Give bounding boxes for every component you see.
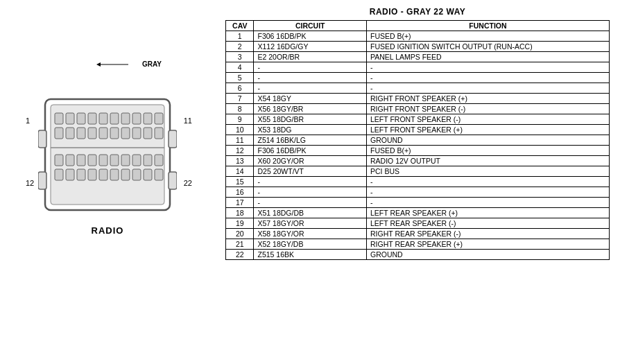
svg-rect-15 — [66, 128, 74, 139]
cell-cav: 17 — [226, 198, 254, 208]
cell-circuit: - — [254, 62, 367, 73]
svg-rect-33 — [155, 155, 163, 166]
cell-circuit: X57 18GY/OR — [254, 218, 367, 229]
cell-cav: 16 — [226, 187, 254, 198]
svg-rect-7 — [88, 113, 96, 124]
cell-cav: 11 — [226, 135, 254, 146]
table-row: 10X53 18DGLEFT FRONT SPEAKER (+) — [226, 125, 610, 135]
svg-rect-17 — [88, 128, 96, 139]
table-row: 19X57 18GY/ORLEFT REAR SPEAKER (-) — [226, 218, 610, 229]
table-row: 13X60 20GY/ORRADIO 12V OUTPUT — [226, 156, 610, 166]
svg-rect-20 — [121, 128, 130, 139]
cell-function: LEFT FRONT SPEAKER (-) — [366, 114, 609, 125]
cell-cav: 15 — [226, 177, 254, 187]
cell-function: LEFT FRONT SPEAKER (+) — [366, 125, 609, 135]
table-row: 3E2 20OR/BRPANEL LAMPS FEED — [226, 52, 610, 62]
table-row: 15-- — [226, 177, 610, 187]
cell-circuit: - — [254, 177, 367, 187]
connector-box: 1 11 12 22 — [38, 82, 177, 222]
cell-circuit: Z514 16BK/LG — [254, 135, 367, 146]
cell-cav: 19 — [226, 218, 254, 229]
svg-marker-1 — [96, 62, 101, 67]
label-11: 11 — [184, 116, 192, 125]
cell-circuit: X56 18GY/BR — [254, 104, 367, 114]
svg-rect-12 — [144, 113, 152, 124]
table-row: 22Z515 16BKGROUND — [226, 250, 610, 260]
table-row: 17-- — [226, 198, 610, 208]
svg-rect-26 — [77, 155, 85, 166]
table-row: 4-- — [226, 62, 610, 73]
cell-function: FUSED B(+) — [366, 146, 609, 156]
svg-rect-24 — [55, 155, 63, 166]
cell-cav: 12 — [226, 146, 254, 156]
table-row: 5-- — [226, 73, 610, 83]
svg-rect-27 — [88, 155, 96, 166]
svg-rect-19 — [110, 128, 119, 139]
cell-circuit: - — [254, 187, 367, 198]
cell-circuit: X52 18GY/DB — [254, 239, 367, 250]
label-1: 1 — [26, 116, 30, 125]
svg-rect-30 — [121, 155, 130, 166]
connector-svg — [38, 82, 177, 220]
svg-rect-47 — [38, 172, 46, 189]
svg-rect-13 — [155, 113, 163, 124]
cell-cav: 7 — [226, 94, 254, 104]
cell-cav: 8 — [226, 104, 254, 114]
svg-rect-46 — [169, 130, 177, 148]
table-row: 11Z514 16BK/LGGROUND — [226, 135, 610, 146]
svg-rect-41 — [132, 169, 141, 180]
svg-rect-42 — [144, 169, 152, 180]
svg-rect-4 — [55, 113, 63, 124]
table-title: RADIO - GRAY 22 WAY — [225, 7, 610, 17]
cell-circuit: X51 18DG/DB — [254, 208, 367, 218]
cell-circuit: X55 18DG/BR — [254, 114, 367, 125]
svg-rect-34 — [55, 169, 63, 180]
left-panel: GRAY 1 11 12 22 — [0, 0, 215, 364]
cell-function: - — [366, 73, 609, 83]
svg-rect-40 — [121, 169, 130, 180]
table-row: 16-- — [226, 187, 610, 198]
cell-cav: 10 — [226, 125, 254, 135]
svg-rect-9 — [110, 113, 119, 124]
svg-rect-5 — [66, 113, 74, 124]
svg-rect-8 — [99, 113, 107, 124]
svg-rect-48 — [169, 172, 177, 189]
svg-rect-16 — [77, 128, 85, 139]
cell-cav: 20 — [226, 229, 254, 239]
svg-rect-29 — [110, 155, 119, 166]
cell-function: - — [366, 187, 609, 198]
svg-rect-25 — [66, 155, 74, 166]
header-circuit: CIRCUIT — [254, 21, 367, 31]
table-row: 2X112 16DG/GYFUSED IGNITION SWITCH OUTPU… — [226, 42, 610, 52]
cell-cav: 13 — [226, 156, 254, 166]
cell-cav: 21 — [226, 239, 254, 250]
header-cav: CAV — [226, 21, 254, 31]
cell-function: RIGHT FRONT SPEAKER (-) — [366, 104, 609, 114]
cell-circuit: X53 18DG — [254, 125, 367, 135]
cell-cav: 3 — [226, 52, 254, 62]
cell-cav: 4 — [226, 62, 254, 73]
svg-rect-38 — [99, 169, 107, 180]
table-row: 21X52 18GY/DBRIGHT REAR SPEAKER (+) — [226, 239, 610, 250]
label-22: 22 — [184, 179, 192, 187]
cell-function: FUSED B(+) — [366, 31, 609, 42]
svg-rect-18 — [99, 128, 107, 139]
svg-rect-43 — [155, 169, 163, 180]
cell-function: PCI BUS — [366, 166, 609, 177]
cell-function: - — [366, 83, 609, 94]
cell-circuit: Z515 16BK — [254, 250, 367, 260]
cell-circuit: X112 16DG/GY — [254, 42, 367, 52]
cell-cav: 9 — [226, 114, 254, 125]
label-12: 12 — [26, 179, 34, 187]
cell-function: - — [366, 177, 609, 187]
svg-rect-36 — [77, 169, 85, 180]
cell-function: RIGHT REAR SPEAKER (+) — [366, 239, 609, 250]
cell-cav: 18 — [226, 208, 254, 218]
table-row: 1F306 16DB/PKFUSED B(+) — [226, 31, 610, 42]
cell-cav: 6 — [226, 83, 254, 94]
cell-cav: 14 — [226, 166, 254, 177]
cell-function: GROUND — [366, 250, 609, 260]
cell-function: RADIO 12V OUTPUT — [366, 156, 609, 166]
wiring-table: CAV CIRCUIT FUNCTION 1F306 16DB/PKFUSED … — [225, 20, 610, 260]
table-row: 9X55 18DG/BRLEFT FRONT SPEAKER (-) — [226, 114, 610, 125]
